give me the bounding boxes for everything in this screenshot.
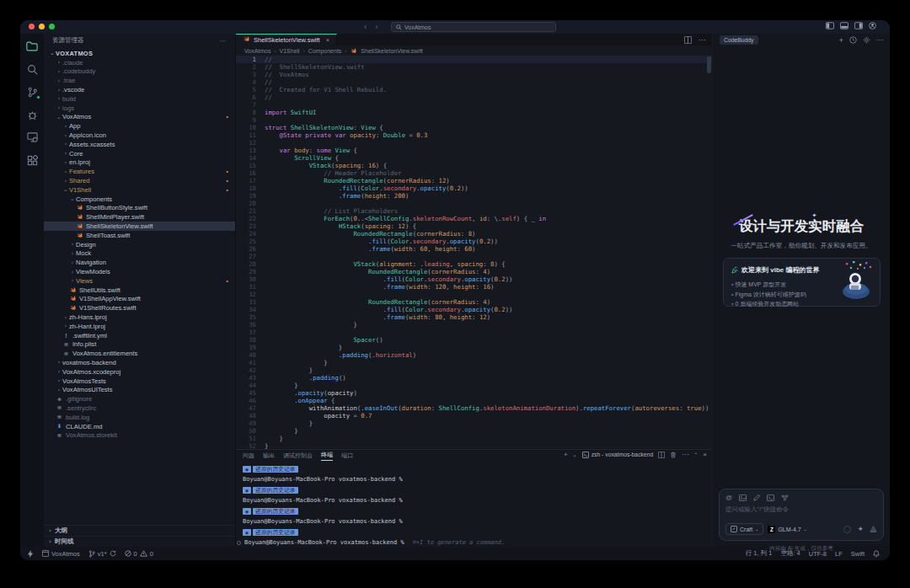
code-line[interactable]: 7 [236,101,712,109]
code-line[interactable]: 40 .padding(.horizontal) [236,351,712,359]
tree-item[interactable]: ›.trae [44,76,235,85]
edit-icon[interactable] [753,494,760,501]
code-line[interactable]: 5// Created for V1 Shell Rebuild. [236,86,712,94]
tree-item[interactable]: ›Navigation [44,258,235,267]
record-button[interactable] [843,526,851,533]
tree-item[interactable]: ⌄V1Shell• [44,185,235,195]
chat-input-box[interactable]: @ 提问或输入"/"快捷命令 Craft ⌄ [719,489,884,541]
code-line[interactable]: 33 RoundedRectangle(cornerRadius: 4) [236,298,712,306]
editor-scrollbar[interactable] [707,56,711,73]
tree-item[interactable]: V1ShellAppView.swift [44,295,235,304]
code-line[interactable]: 48 opacity = 0.7 [236,412,712,420]
maximize-window-button[interactable] [49,24,55,29]
code-line[interactable]: 50 } [236,427,712,435]
sidebar-more-icon[interactable]: ⋯ [220,37,228,45]
problems-indicator[interactable]: 0 0 [125,550,153,558]
source-control-icon[interactable] [25,85,39,99]
remote-indicator[interactable] [27,550,34,558]
code-line[interactable]: 45 .opacity(opacity) [236,389,712,397]
code-line[interactable]: 42 } [236,366,712,374]
tree-item[interactable]: ›Mock [44,249,235,259]
prism-icon[interactable] [870,526,877,532]
tree-item[interactable]: ›Views• [44,276,235,286]
toggle-panel-icon[interactable] [840,22,848,29]
tree-item[interactable]: ›App [44,121,235,131]
terminal-session-chip[interactable]: zsh - voxatmos-backend [582,452,654,458]
code-line[interactable]: 15 VStack(spacing: 16) { [236,162,712,169]
toggle-secondary-sidebar-icon[interactable] [854,22,863,29]
mode-selector[interactable]: Craft ⌄ [725,523,763,535]
tree-item[interactable]: ›Design [44,240,235,249]
code-line[interactable]: 36 } [236,321,712,329]
tree-item[interactable]: ›VoxAtmosTests [44,377,235,386]
tree-item[interactable]: ›VoxAtmosUITests [44,385,235,394]
tree-item[interactable]: ›build [44,94,235,104]
breadcrumb[interactable]: VoxAtmos›V1Shell›Components›ShellSkeleto… [236,45,712,56]
code-line[interactable]: 46 .onAppear { [236,397,712,404]
tree-item[interactable]: ›logs [44,104,235,113]
tree-item[interactable]: ShellToast.swift [44,231,235,240]
tree-item[interactable]: V1ShellRoutes.swift [44,303,235,313]
code-line[interactable]: 14 ScrollView { [236,154,712,162]
code-line[interactable]: 27 [236,253,712,260]
panel-tab-调试控制台[interactable]: 调试控制台 [283,452,313,460]
tree-item[interactable]: ›zh-Hans.lproj [44,313,235,322]
new-terminal-icon[interactable]: + [564,451,568,458]
code-line[interactable]: 3// VoxAtmos [236,71,712,78]
at-mention-icon[interactable]: @ [725,494,732,501]
tree-item[interactable]: ›Shared• [44,176,235,185]
code-line[interactable]: 22 ForEach(0..<ShellConfig.skeletonRowCo… [236,215,712,222]
panel-tab-问题[interactable]: 问题 [243,452,254,460]
search-view-icon[interactable] [25,62,39,76]
trash-icon[interactable] [670,452,677,458]
code-line[interactable]: 17 RoundedRectangle(cornerRadius: 12) [236,177,712,184]
code-line[interactable]: 30 .fill(Color.secondary.opacity(0.2)) [236,275,712,283]
tree-item[interactable]: ›.vscode [44,85,235,94]
tree-item[interactable]: ›Assets.xcassets [44,140,235,149]
code-line[interactable]: 2// ShellSkeletonView.swift [236,63,712,71]
account-icon[interactable] [869,22,876,29]
code-line[interactable]: 21 // List Placeholders [236,207,712,215]
tree-item[interactable]: !.swiftlint.yml [44,331,235,340]
breadcrumb-item[interactable]: VoxAtmos [244,48,271,54]
code-line[interactable]: 13 var body: some View { [236,147,712,154]
code-line[interactable]: 37 [236,329,712,336]
tree-item[interactable]: ◈.gitignore [44,394,235,404]
run-debug-icon[interactable] [25,108,39,121]
mcp-icon[interactable] [781,494,789,501]
tree-item[interactable]: ShellButtonStyle.swift [44,204,235,213]
split-terminal-icon[interactable] [658,452,665,458]
codebuddy-tab[interactable]: CodeBuddy [720,35,758,45]
tree-item[interactable]: ›Features• [44,167,235,176]
code-line[interactable]: 10struct ShellSkeletonView: View { [236,124,712,131]
code-line[interactable]: 38 Spacer() [236,336,712,344]
code-line[interactable]: 26 .frame(width: 60, height: 60) [236,245,712,253]
close-window-button[interactable] [29,24,35,29]
toggle-primary-sidebar-icon[interactable] [826,22,834,29]
code-line[interactable]: 49 } [236,420,712,427]
tree-item[interactable]: ShellUtils.swift [44,286,235,295]
breadcrumb-item[interactable]: ShellSkeletonView.swift [361,48,422,54]
tree-item[interactable]: ›VoxAtmos.xcodeproj [44,367,235,377]
panel-tab-输出[interactable]: 输出 [263,452,275,460]
breadcrumb-item[interactable]: V1Shell [280,48,300,54]
close-panel-icon[interactable]: × [703,451,707,458]
code-line[interactable]: 18 .fill(Color.secondary.opacity(0.2)) [236,184,712,192]
code-line[interactable]: 31 .frame(width: 120, height: 16) [236,283,712,291]
tree-item[interactable]: ›.claude [44,58,235,67]
tree-item[interactable]: ≣VoxAtmos.storekit [44,430,235,440]
sidebar-section-大纲[interactable]: ›大纲 [44,525,235,536]
code-line[interactable]: 25 .fill(Color.secondary.opacity(0.2)) [236,238,712,245]
code-line[interactable]: 52} [236,442,712,449]
panel-options-icon[interactable]: ⋯ [876,36,883,44]
sidebar-section-时间线[interactable]: ›时间线 [44,536,235,547]
code-line[interactable]: 34 .fill(Color.secondary.opacity(0.2)) [236,306,712,313]
editor-more-icon[interactable]: ⋯ [699,36,705,44]
split-editor-icon[interactable] [684,36,692,44]
enhance-prompt-icon[interactable]: ✦ [857,525,864,533]
tree-item[interactable]: ≣Info.plist [44,340,235,350]
tree-item[interactable]: ShellSkeletonView.swift [44,222,235,231]
maximize-panel-icon[interactable]: ⌃ [693,452,698,457]
git-branch-indicator[interactable]: v1* [88,550,116,558]
tree-item[interactable]: ≣build.log [44,413,235,422]
